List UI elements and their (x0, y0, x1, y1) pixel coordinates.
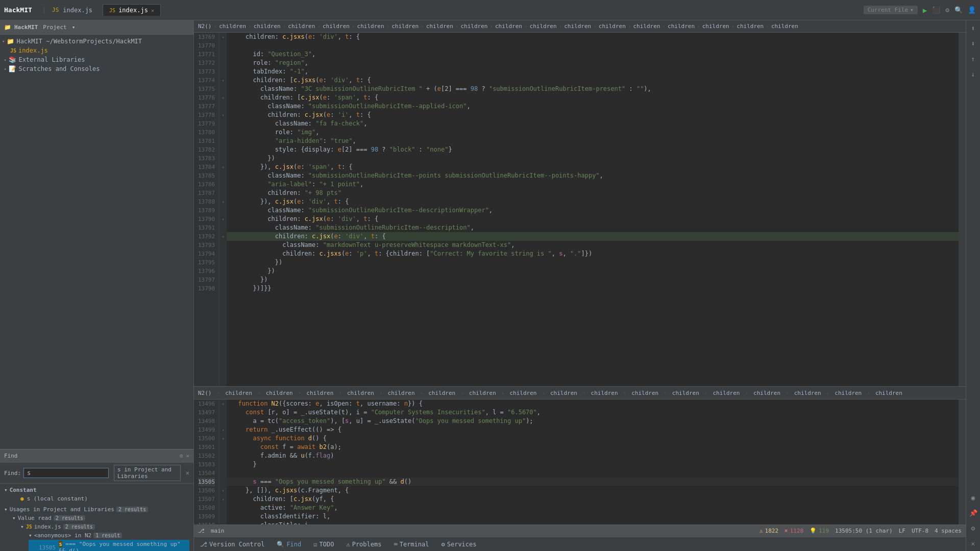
toolbar-item-find[interactable]: 🔍 Find (275, 540, 303, 549)
debug-button[interactable]: ⬛ (932, 6, 940, 14)
fold-b-13506[interactable]: ▾ (219, 486, 227, 495)
ln-13787: 13787 (198, 189, 215, 197)
breadcrumb-part-children3: children (288, 23, 315, 30)
fold-b-13507[interactable]: ▾ (219, 495, 227, 504)
fold-13784[interactable]: ▾ (219, 163, 227, 171)
app-logo: HackMIT (4, 6, 32, 14)
fold-13774[interactable]: ▾ (219, 76, 227, 85)
code-line-13775: className: "3C submissionOutlineRubricIt… (227, 85, 959, 93)
find-result-constant-header[interactable]: ▾ Constant (4, 486, 189, 494)
find-scope-close-icon[interactable]: ✕ (186, 469, 189, 477)
anon-header[interactable]: ▾ <anonymous> in N2 1 result (29, 531, 189, 540)
code-line-b-13496: function N2({scores: e, isOpen: t, usern… (227, 399, 959, 408)
run-button[interactable]: ▶ (923, 6, 927, 14)
find-settings-icon[interactable]: ⚙ (180, 453, 183, 459)
fold-b-13496[interactable]: ▾ (219, 399, 227, 408)
sidebar-item-indexjs[interactable]: JS index.js (0, 46, 193, 55)
fold-13790[interactable]: ▾ (219, 215, 227, 223)
action-collapse-btn[interactable]: ⬆ (968, 22, 979, 34)
fold-13778[interactable]: ▾ (219, 111, 227, 119)
ln-13789: 13789 (198, 206, 215, 215)
bc-children-14: children (753, 390, 780, 396)
toolbar-item-services[interactable]: ⚙ Services (439, 540, 478, 549)
toolbar-problems-label: Problems (352, 541, 382, 548)
toolbar-item-terminal[interactable]: ⌨ Terminal (391, 540, 431, 549)
fold-b-13499[interactable]: ▾ (219, 425, 227, 434)
toolbar-terminal-label: Terminal (400, 541, 429, 548)
errors-indicator[interactable]: ✖ 1128 (785, 528, 803, 534)
result-text-13505: s === "Oops you messed something up" && … (59, 541, 189, 551)
file-result-header[interactable]: ▾ JS index.js 2 results (20, 522, 189, 531)
encoding-indicator[interactable]: LF (899, 528, 905, 534)
toolbar-item-problems[interactable]: ⚠ Problems (344, 540, 383, 549)
ln-13771: 13771 (198, 50, 215, 59)
fold-b-13510 (219, 521, 227, 524)
bc-children-7: children (469, 390, 496, 396)
find-scope-selector[interactable]: s in Project and Libraries (114, 465, 181, 481)
toolbar-item-todo[interactable]: ☑ TODO (311, 540, 336, 549)
breadcrumb-part-children16: children (737, 23, 764, 30)
usages-count-badge: 2 results (116, 507, 148, 512)
services-icon: ⚙ (441, 541, 445, 548)
charset-indicator[interactable]: UTF-8 (912, 528, 928, 534)
fold-13781 (219, 137, 227, 145)
find-result-usages-header[interactable]: ▾ Usages in Project and Libraries 2 resu… (4, 505, 189, 514)
code-line-b-13500: async function d() { (227, 434, 959, 443)
result-line-number-13505: 13505 (39, 544, 56, 551)
ln-13781: 13781 (198, 137, 215, 145)
fold-13773 (219, 67, 227, 76)
sidebar-item-scratches[interactable]: ▸ 📝 Scratches and Consoles (0, 64, 193, 73)
settings-icon[interactable]: ⚙ (945, 6, 949, 14)
find-result-item-13505[interactable]: 13505 s === "Oops you messed something u… (29, 540, 189, 551)
right-gutter-top (959, 33, 966, 386)
code-container-top: 13769 13770 13771 13772 13773 13774 1377… (194, 33, 966, 386)
problems-icon: ⚠ (346, 541, 350, 548)
action-expand-btn[interactable]: ⬇ (968, 38, 979, 49)
position-indicator[interactable]: 13505:50 (1 char) (835, 528, 893, 534)
action-prev-btn[interactable]: ↑ (968, 53, 979, 64)
fold-13769[interactable]: ▾ (219, 33, 227, 41)
breadcrumb-part-children15: children (702, 23, 729, 30)
ln-13782: 13782 (198, 145, 215, 154)
user-icon[interactable]: 👤 (968, 6, 976, 14)
action-close-btn[interactable]: ✕ (968, 538, 979, 549)
git-toolbar-icon: ⎇ (200, 541, 207, 548)
line-numbers-bottom: 13496 13497 13498 13499 13500 13501 1350… (194, 399, 219, 524)
action-next-btn[interactable]: ↓ (968, 68, 979, 80)
hints-count: 119 (819, 528, 829, 534)
find-close-icon[interactable]: ✕ (186, 453, 189, 459)
code-line-13777: className: "submissionOutlineRubricItem-… (227, 102, 959, 111)
ln-13785: 13785 (198, 171, 215, 180)
sidebar-project-root[interactable]: ▾ 📁 HackMIT ~/WebstormProjects/HackMIT (0, 37, 193, 46)
sidebar-item-external-libraries[interactable]: ▸ 📚 External Libraries (0, 55, 193, 64)
find-result-constant-name[interactable]: ● s (local constant) (4, 494, 189, 503)
bc-children-8: children (509, 390, 536, 396)
fold-13792[interactable]: ▾ (219, 232, 227, 241)
tab-close-button[interactable]: ✕ (151, 8, 154, 13)
ln-13796: 13796 (198, 267, 215, 276)
project-dropdown-icon[interactable]: ▾ (72, 24, 76, 31)
find-input[interactable] (23, 468, 109, 478)
action-settings-btn[interactable]: ⚙ (968, 522, 979, 534)
bc-children-15: children (794, 390, 821, 396)
action-filter-btn[interactable]: ◉ (968, 492, 979, 503)
value-read-header[interactable]: ▾ Value read 2 results (12, 514, 189, 522)
file-tab[interactable]: JS index.js ✕ (103, 4, 161, 16)
fold-13776[interactable]: ▾ (219, 93, 227, 102)
folder-icon: 📁 (7, 38, 14, 45)
bc-children-9: children (550, 390, 577, 396)
code-content-top[interactable]: children: c.jsxs(e: 'div', t: { id: "Que… (227, 33, 959, 386)
current-file-dropdown[interactable]: Current File ▾ (864, 6, 918, 14)
fold-13788[interactable]: ▾ (219, 197, 227, 206)
search-icon[interactable]: 🔍 (954, 6, 963, 14)
find-result-group-usages: ▾ Usages in Project and Libraries 2 resu… (0, 504, 193, 551)
ln-13790: 13790 (198, 215, 215, 223)
indent-indicator[interactable]: 4 spaces (935, 528, 962, 534)
code-line-13798: })]}} (227, 284, 959, 293)
warnings-indicator[interactable]: ⚠ 1822 (760, 528, 778, 534)
code-content-bottom[interactable]: function N2({scores: e, isOpen: t, usern… (227, 399, 959, 524)
hints-indicator[interactable]: 💡 119 (810, 528, 829, 534)
fold-b-13500[interactable]: ▾ (219, 434, 227, 443)
action-pin-btn[interactable]: 📌 (968, 507, 979, 518)
toolbar-item-version-control[interactable]: ⎇ Version Control (198, 540, 266, 549)
